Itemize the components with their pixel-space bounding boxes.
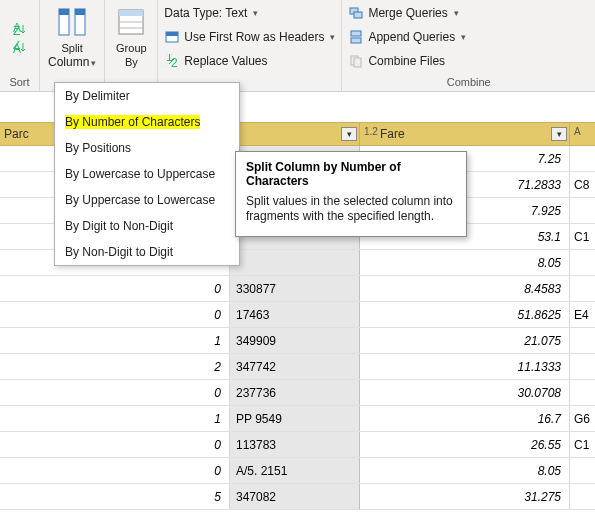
menu-by-number-of-characters[interactable]: By Number of Characters (55, 109, 239, 135)
cell-extra (570, 146, 595, 171)
cell-parc: 5 (0, 484, 230, 509)
tooltip: Split Column by Number of Characters Spl… (235, 151, 467, 237)
chevron-down-icon: ▾ (461, 32, 466, 42)
replace-values-button[interactable]: 12 Replace Values (164, 50, 335, 72)
svg-text:A: A (13, 42, 21, 53)
text-type-icon: A (574, 126, 590, 142)
table-row[interactable]: 134990921.075 (0, 328, 595, 354)
cell-ticket: 17463 (230, 302, 360, 327)
cell-extra (570, 276, 595, 301)
table-row[interactable]: 03308778.4583 (0, 276, 595, 302)
cell-parc: 2 (0, 354, 230, 379)
combine-group: Merge Queries ▾ Append Queries ▾ Combine… (342, 0, 595, 91)
column-header-ticket[interactable]: ▾ (230, 123, 360, 145)
cell-extra (570, 250, 595, 275)
merge-icon (348, 5, 364, 21)
group-by-label-2: By (125, 56, 138, 68)
merge-queries-label: Merge Queries (368, 6, 447, 20)
split-column-dropdown: By Delimiter By Number of Characters By … (54, 82, 240, 266)
table-row[interactable]: 011378326.55C1 (0, 432, 595, 458)
menu-by-digit-to-nondigit[interactable]: By Digit to Non-Digit (55, 213, 239, 239)
cell-fare: 8.4583 (360, 276, 570, 301)
column-filter-dropdown[interactable]: ▾ (551, 127, 567, 141)
cell-extra: C8 (570, 172, 595, 197)
combine-files-button[interactable]: Combine Files (348, 50, 589, 72)
data-type-button[interactable]: Data Type: Text ▾ (164, 2, 335, 24)
cell-fare: 21.075 (360, 328, 570, 353)
table-row[interactable]: 534708231.275 (0, 484, 595, 510)
combine-files-label: Combine Files (368, 54, 445, 68)
first-row-headers-button[interactable]: Use First Row as Headers ▾ (164, 26, 335, 48)
cell-extra: E4 (570, 302, 595, 327)
svg-rect-18 (351, 31, 361, 36)
cell-extra (570, 484, 595, 509)
chevron-down-icon: ▾ (454, 8, 459, 18)
split-column-button[interactable]: Split Column▾ (40, 0, 105, 91)
table-row[interactable]: 01746351.8625E4 (0, 302, 595, 328)
table-row[interactable]: 1PP 954916.7G6 (0, 406, 595, 432)
cell-ticket: 237736 (230, 380, 360, 405)
combine-group-label: Combine (348, 76, 589, 88)
cell-ticket: 347082 (230, 484, 360, 509)
menu-by-delimiter[interactable]: By Delimiter (55, 83, 239, 109)
menu-by-lowercase-to-uppercase[interactable]: By Lowercase to Uppercase (55, 161, 239, 187)
table-row[interactable]: 234774211.1333 (0, 354, 595, 380)
split-column-label-1: Split (61, 42, 82, 54)
replace-icon: 12 (164, 53, 180, 69)
chevron-down-icon: ▾ (330, 32, 335, 42)
cell-ticket: A/5. 2151 (230, 458, 360, 483)
cell-fare: 51.8625 (360, 302, 570, 327)
cell-fare: 31.275 (360, 484, 570, 509)
cell-fare: 26.55 (360, 432, 570, 457)
first-row-headers-label: Use First Row as Headers (184, 30, 324, 44)
ribbon: AZ ZA Sort Split Column▾ (0, 0, 595, 92)
transform-commands: Data Type: Text ▾ Use First Row as Heade… (158, 0, 342, 91)
column-filter-dropdown[interactable]: ▾ (341, 127, 357, 141)
cell-ticket: PP 9549 (230, 406, 360, 431)
cell-extra (570, 354, 595, 379)
cell-fare: 30.0708 (360, 380, 570, 405)
cell-ticket (230, 250, 360, 275)
menu-by-uppercase-to-lowercase[interactable]: By Uppercase to Lowercase (55, 187, 239, 213)
cell-fare: 8.05 (360, 250, 570, 275)
svg-rect-6 (59, 9, 69, 15)
svg-rect-21 (354, 58, 361, 67)
append-icon (348, 29, 364, 45)
svg-rect-13 (166, 32, 178, 36)
column-parc-label: Parc (4, 127, 29, 141)
svg-rect-17 (354, 12, 362, 18)
menu-by-positions[interactable]: By Positions (55, 135, 239, 161)
cell-parc: 0 (0, 432, 230, 457)
data-type-label: Data Type: Text (164, 6, 247, 20)
append-queries-button[interactable]: Append Queries ▾ (348, 26, 589, 48)
svg-text:Z: Z (13, 24, 20, 35)
combine-files-icon (348, 53, 364, 69)
column-header-extra[interactable]: A (570, 123, 595, 145)
cell-extra (570, 458, 595, 483)
table-row[interactable]: 023773630.0708 (0, 380, 595, 406)
svg-rect-19 (351, 38, 361, 43)
group-by-button[interactable]: Group By (105, 0, 158, 91)
split-column-label-2: Column (48, 55, 89, 69)
cell-fare: 8.05 (360, 458, 570, 483)
column-header-fare[interactable]: 1.2 Fare ▾ (360, 123, 570, 145)
svg-rect-7 (75, 9, 85, 15)
sort-asc-icon[interactable]: AZ (12, 21, 28, 37)
cell-ticket: 113783 (230, 432, 360, 457)
cell-parc: 0 (0, 302, 230, 327)
table-header-icon (164, 29, 180, 45)
sort-desc-icon[interactable]: ZA (12, 39, 28, 55)
table-row[interactable]: 0A/5. 21518.05 (0, 458, 595, 484)
svg-text:2: 2 (171, 56, 178, 68)
menu-by-nondigit-to-digit[interactable]: By Non-Digit to Digit (55, 239, 239, 265)
decimal-type-icon: 1.2 (364, 126, 380, 142)
chevron-down-icon: ▾ (253, 8, 258, 18)
merge-queries-button[interactable]: Merge Queries ▾ (348, 2, 589, 24)
cell-parc: 0 (0, 380, 230, 405)
sort-group: AZ ZA Sort (0, 0, 40, 91)
cell-parc: 0 (0, 276, 230, 301)
group-by-label-1: Group (116, 42, 147, 54)
cell-parc: 1 (0, 328, 230, 353)
cell-extra (570, 198, 595, 223)
cell-extra (570, 328, 595, 353)
